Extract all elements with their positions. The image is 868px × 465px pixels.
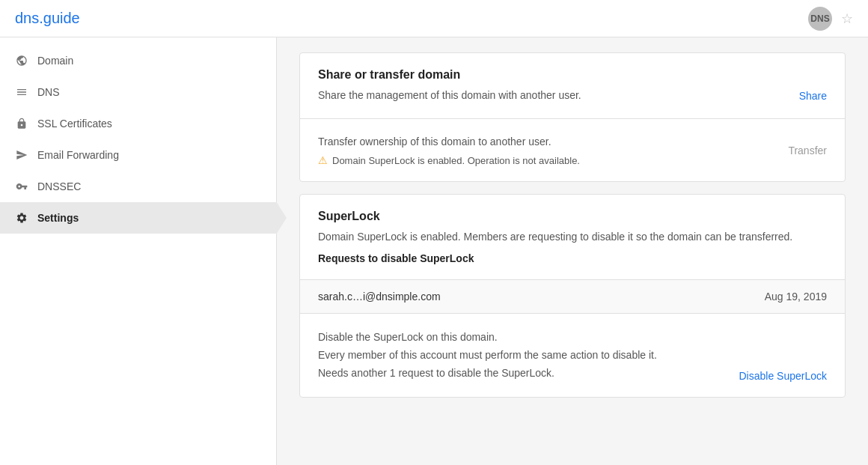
share-link[interactable]: Share: [799, 90, 827, 102]
key-icon: [15, 180, 28, 193]
sidebar-label-email: Email Forwarding: [37, 149, 119, 161]
disable-section: Disable the SuperLock on this domain. Ev…: [300, 314, 845, 397]
disable-superlock-link[interactable]: Disable SuperLock: [739, 370, 827, 382]
lock-icon: [15, 117, 28, 130]
sidebar-item-dnssec[interactable]: DNSSEC: [0, 171, 276, 202]
sidebar-label-settings: Settings: [37, 212, 79, 224]
warning-icon: ⚠: [318, 154, 328, 166]
list-icon: [15, 85, 28, 99]
sidebar-label-ssl: SSL Certificates: [37, 118, 112, 130]
superlock-description: Domain SuperLock is enabled. Members are…: [318, 229, 827, 245]
sidebar-item-settings[interactable]: Settings: [0, 202, 276, 234]
share-text: Share the management of this domain with…: [318, 88, 581, 103]
sidebar-label-dnssec: DNSSEC: [37, 180, 81, 192]
gear-icon: [15, 211, 28, 225]
share-title: Share or transfer domain: [318, 68, 827, 82]
sidebar-label-domain: Domain: [37, 55, 73, 67]
avatar: DNS: [808, 7, 832, 31]
sidebar: Domain DNS SSL Certificates: [0, 37, 277, 465]
warning-text: Domain SuperLock is enabled. Operation i…: [332, 155, 580, 166]
request-date: Aug 19, 2019: [765, 291, 827, 303]
sidebar-item-ssl[interactable]: SSL Certificates: [0, 108, 276, 139]
share-transfer-card: Share or transfer domain Share the manag…: [299, 52, 846, 182]
globe-icon: [15, 54, 28, 67]
transfer-text: Transfer ownership of this domain to ano…: [318, 134, 580, 150]
favorite-icon[interactable]: ☆: [841, 10, 853, 27]
requests-label: Requests to disable SuperLock: [318, 252, 827, 264]
superlock-title: SuperLock: [318, 210, 827, 223]
sidebar-label-dns: DNS: [37, 86, 60, 98]
sidebar-item-dns[interactable]: DNS: [0, 76, 276, 108]
disable-line3: Needs another 1 request to disable the S…: [318, 365, 657, 383]
superlock-table-row: sarah.c…i@dnsimple.com Aug 19, 2019: [300, 279, 845, 314]
transfer-section: Transfer ownership of this domain to ano…: [300, 119, 845, 181]
transfer-link: Transfer: [788, 145, 827, 156]
disable-line2: Every member of this account must perfor…: [318, 347, 657, 365]
superlock-header-section: SuperLock Domain SuperLock is enabled. M…: [300, 195, 845, 279]
sidebar-item-domain[interactable]: Domain: [0, 45, 276, 76]
warning-row: ⚠ Domain SuperLock is enabled. Operation…: [318, 154, 580, 166]
send-icon: [15, 148, 28, 162]
superlock-card: SuperLock Domain SuperLock is enabled. M…: [299, 194, 846, 398]
sidebar-item-email[interactable]: Email Forwarding: [0, 139, 276, 171]
share-section: Share or transfer domain Share the manag…: [300, 53, 845, 119]
request-email: sarah.c…i@dnsimple.com: [318, 291, 441, 303]
disable-line1: Disable the SuperLock on this domain.: [318, 329, 657, 347]
main-content: Share or transfer domain Share the manag…: [277, 37, 868, 465]
logo[interactable]: dns.guide: [15, 10, 80, 27]
